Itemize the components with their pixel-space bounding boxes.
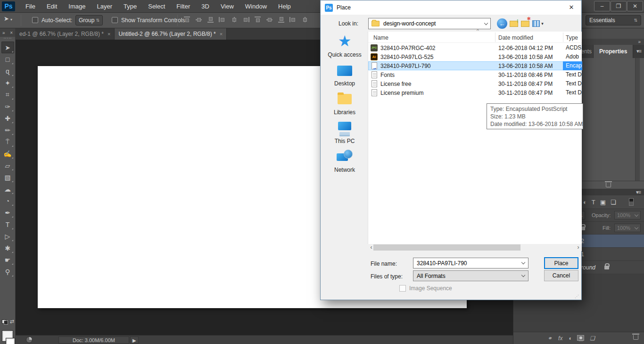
up-one-level-button[interactable]: ↑ [509,18,519,29]
swap-colors-icon[interactable]: ⇄ [10,319,14,325]
menu-item[interactable]: Filter [171,1,196,12]
column-header-type[interactable]: Type [566,34,578,41]
menu-item[interactable]: File [20,1,41,12]
eyedropper-tool[interactable]: ✑ [1,101,14,112]
menu-item[interactable]: View [215,1,239,12]
filter-type-icon[interactable]: T [592,199,595,206]
pen-tool[interactable]: ✒ [1,207,14,218]
collapse-icon[interactable]: » [2,30,5,35]
show-transform-controls-checkbox[interactable] [112,17,118,23]
background-color-swatch[interactable] [6,338,15,344]
layer-effects-icon[interactable]: fx [558,335,562,342]
sidebar-this-pc[interactable]: This PC [323,120,366,148]
align-top-edges-icon[interactable] [183,16,191,23]
document-tab-1[interactable]: ed-1 @ 66.7% (Layer 2, RGB/8) * × [16,28,115,40]
align-horizontal-centers-icon[interactable] [230,16,238,23]
file-row[interactable]: License free 30-11-2018 08:47 PM Text D [368,79,582,88]
distribute-bottom-edges-icon[interactable] [277,16,285,23]
close-icon[interactable]: ✕ [564,2,578,12]
path-selection-tool[interactable]: ▷ [1,230,14,242]
panel-menu-icon[interactable]: ▾≡ [636,48,641,54]
filter-toggle-icon[interactable] [629,198,634,206]
image-sequence-checkbox[interactable] [399,285,406,292]
dodge-tool[interactable]: ◔ [1,195,14,207]
view-menu-button[interactable]: ▾ [531,18,545,29]
restore-button[interactable]: ❐ [611,1,627,11]
move-tool[interactable]: ➤ [1,42,14,53]
cancel-button[interactable]: Cancel [544,270,578,281]
crop-tool[interactable]: ⌗ [1,89,14,101]
menu-item[interactable]: 3D [196,1,215,12]
delete-layer-icon[interactable] [633,335,638,340]
file-name-input[interactable]: 328410-PA97LI-790 [413,258,528,268]
eraser-tool[interactable]: ▱ [1,159,14,171]
filter-smart-object-icon[interactable]: ❏ [611,199,616,206]
column-header-date-modified[interactable]: Date modified [498,34,533,41]
resize-grip[interactable]: ⋰ [575,294,579,299]
menu-item[interactable]: Type [118,1,142,12]
close-button[interactable]: ✕ [627,1,643,11]
blur-tool[interactable]: ☁ [1,183,14,195]
scrollbar-thumb[interactable] [373,244,520,251]
adjustment-layer-icon[interactable]: ◐ [569,335,572,342]
filter-shape-icon[interactable]: ▣ [600,199,606,206]
quick-selection-tool[interactable]: ✦ [1,77,14,89]
auto-select-checkbox[interactable] [32,17,38,23]
minimize-button[interactable]: – [594,1,610,11]
menu-item[interactable]: Select [142,1,171,12]
close-icon[interactable]: × [107,31,110,37]
distribute-top-edges-icon[interactable] [254,16,262,23]
new-folder-button[interactable]: ✱ [520,18,530,29]
distribute-vertical-centers-icon[interactable] [265,16,273,23]
rectangular-marquee-tool[interactable]: □ [1,53,14,65]
distribute-left-edges-icon[interactable] [289,16,297,23]
add-layer-mask-icon[interactable] [577,335,584,341]
sidebar-desktop[interactable]: Desktop [323,62,366,91]
trash-icon[interactable] [606,183,611,187]
filter-adjustment-icon[interactable]: ◐ [583,199,587,206]
link-layers-icon[interactable]: ⚭ [547,335,552,342]
back-button[interactable]: ← [497,18,507,29]
scrollbar[interactable] [635,58,640,181]
custom-shape-tool[interactable]: ✱ [1,242,14,254]
history-brush-tool[interactable]: ✍ [1,148,14,159]
distribute-horizontal-centers-icon[interactable] [301,16,309,23]
file-row[interactable]: 328410-PA7RGC-402 12-06-2018 04:12 PM AC… [368,43,582,52]
close-icon[interactable]: × [10,30,13,35]
menu-item[interactable]: Edit [41,1,63,12]
menu-item[interactable]: Help [272,1,297,12]
align-vertical-centers-icon[interactable] [195,16,203,23]
scroll-right-icon[interactable]: › [575,244,582,251]
lasso-tool[interactable]: ɋ [1,65,14,77]
align-right-edges-icon[interactable] [242,16,250,23]
menu-item[interactable]: Layer [91,1,118,12]
align-left-edges-icon[interactable] [218,16,226,23]
auto-select-scope-dropdown[interactable]: Group⇅ [75,15,103,25]
sidebar-quick-access[interactable]: Quick access [323,34,366,62]
file-row[interactable]: 328410-PA97LG-525 13-06-2018 10:58 AM Ad… [368,52,582,61]
move-tool-options-icon[interactable]: ➤▾ [4,15,12,22]
clone-stamp-tool[interactable]: ⍑ [1,136,14,148]
type-tool[interactable]: T [1,218,14,230]
document-tab-2[interactable]: Untitled-2 @ 66.7% (Layer 2, RGB/8) * × [115,28,227,40]
panel-grip[interactable] [4,38,11,41]
new-layer-icon[interactable]: ❏ [590,335,595,342]
files-of-type-dropdown[interactable]: All Formats [413,270,528,281]
status-options-arrow[interactable]: ▶ [130,336,139,344]
menu-item[interactable]: Window [239,1,272,12]
align-bottom-edges-icon[interactable] [206,16,215,23]
file-row[interactable]: Fonts 30-11-2018 08:46 PM Text D [368,70,582,79]
file-row[interactable]: 328410-PA97LI-790 13-06-2018 10:58 AM En… [368,61,582,70]
sidebar-network[interactable]: Network [323,149,366,177]
sidebar-libraries[interactable]: Libraries [323,91,366,119]
file-row[interactable]: License premium 30-11-2018 08:47 PM Text… [368,88,582,97]
menu-item[interactable]: Image [63,1,91,12]
workspace-switcher[interactable]: Essentials⇅ [586,15,641,25]
look-in-dropdown[interactable]: design-word-concept [368,18,491,29]
default-colors-icon[interactable] [2,319,8,325]
dialog-title-bar[interactable]: Ps Place ✕ [321,0,581,15]
tab-properties[interactable]: Properties [594,45,633,58]
hand-tool[interactable]: ☛ [1,254,14,266]
horizontal-scrollbar[interactable]: ‹ › [368,244,582,251]
column-header-name[interactable]: Name [373,34,388,41]
